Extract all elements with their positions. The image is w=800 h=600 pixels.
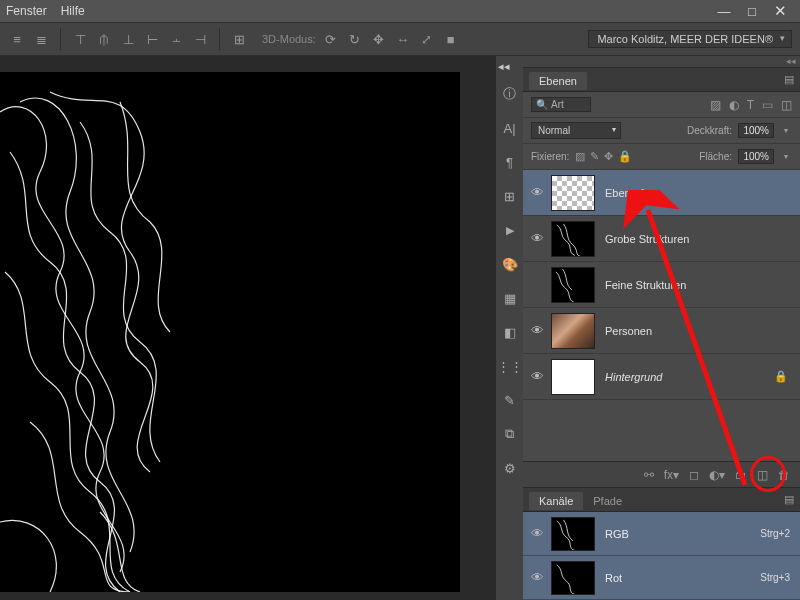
layer-thumb[interactable]	[551, 221, 595, 257]
layer-fx-icon[interactable]: fx▾	[664, 468, 679, 482]
mode-3d-label: 3D-Modus:	[262, 33, 316, 45]
lock-paint-icon[interactable]: ✎	[590, 150, 599, 163]
distribute-right-icon[interactable]: ⊣	[191, 30, 209, 48]
paragraph-panel-icon[interactable]: ¶	[500, 152, 520, 172]
mode3d-light-icon[interactable]: ■	[442, 30, 460, 48]
mode3d-slide-icon[interactable]: ↔	[394, 30, 412, 48]
adjustments-panel-icon[interactable]: ◧	[500, 322, 520, 342]
mode3d-scale-icon[interactable]: ⤢	[418, 30, 436, 48]
layer-filter-row: 🔍Art ▨ ◐ T ▭ ◫	[523, 92, 800, 118]
actions-panel-icon[interactable]: ▶	[500, 220, 520, 240]
align-icon[interactable]: ≡	[8, 30, 26, 48]
paths-tab[interactable]: Pfade	[583, 492, 632, 510]
lock-position-icon[interactable]: ✥	[604, 150, 613, 163]
character-panel-icon[interactable]: A|	[500, 118, 520, 138]
info-panel-icon[interactable]: ⓘ	[500, 84, 520, 104]
lock-transparency-icon[interactable]: ▨	[575, 150, 585, 163]
auto-align-icon[interactable]: ⊞	[230, 30, 248, 48]
menu-hilfe[interactable]: Hilfe	[61, 4, 85, 18]
fill-arrow-icon[interactable]: ▾	[780, 152, 792, 161]
layer-thumb[interactable]	[551, 359, 595, 395]
delete-layer-icon[interactable]: 🗑	[778, 468, 790, 482]
channels-tab[interactable]: Kanäle	[529, 492, 583, 510]
channel-thumb[interactable]	[551, 517, 595, 551]
channel-row[interactable]: 👁 Rot Strg+3	[523, 556, 800, 600]
channel-thumb[interactable]	[551, 561, 595, 595]
blend-mode-dropdown[interactable]: Normal	[531, 122, 621, 139]
brush-panel-icon[interactable]: ⋮⋮	[500, 356, 520, 376]
adjustment-layer-icon[interactable]: ◐▾	[709, 468, 725, 482]
fill-value[interactable]: 100%	[738, 149, 774, 164]
filter-smart-icon[interactable]: ◫	[781, 98, 792, 112]
filter-type-icon[interactable]: T	[747, 98, 754, 112]
layer-mask-icon[interactable]: ◻	[689, 468, 699, 482]
layer-row[interactable]: 👁 Hintergrund 🔒	[523, 354, 800, 400]
close-button[interactable]: ✕	[766, 2, 794, 20]
visibility-toggle[interactable]: 👁	[523, 323, 551, 338]
filter-shape-icon[interactable]: ▭	[762, 98, 773, 112]
distribute-bottom-icon[interactable]: ⊥	[119, 30, 137, 48]
distribute-left-icon[interactable]: ⊢	[143, 30, 161, 48]
swatches-panel-icon[interactable]: ▦	[500, 288, 520, 308]
channel-row[interactable]: 👁 RGB Strg+2	[523, 512, 800, 556]
layers-panel-header: Ebenen ▤	[523, 68, 800, 92]
visibility-toggle[interactable]: 👁	[523, 570, 551, 585]
minimize-button[interactable]: —	[710, 2, 738, 20]
distribute-top-icon[interactable]: ⊤	[71, 30, 89, 48]
mode3d-pan-icon[interactable]: ✥	[370, 30, 388, 48]
opacity-label: Deckkraft:	[687, 125, 732, 136]
blend-opacity-row: Normal Deckkraft: 100% ▾	[523, 118, 800, 144]
eyedropper-panel-icon[interactable]: ✎	[500, 390, 520, 410]
visibility-toggle[interactable]: 👁	[523, 231, 551, 246]
mode3d-orbit-icon[interactable]: ⟳	[322, 30, 340, 48]
filter-adjust-icon[interactable]: ◐	[729, 98, 739, 112]
link-layers-icon[interactable]: ⚯	[644, 468, 654, 482]
panel-menu-icon[interactable]: ▤	[784, 493, 794, 506]
channel-shortcut: Strg+2	[760, 528, 790, 539]
channel-name: RGB	[605, 528, 629, 540]
layers-tab[interactable]: Ebenen	[529, 72, 587, 90]
collapse-handle[interactable]: ◂◂	[498, 60, 522, 70]
distribute-v-icon[interactable]: ⫛	[95, 30, 113, 48]
layer-thumb[interactable]	[551, 267, 595, 303]
channels-panel: Kanäle Pfade ▤ 👁 RGB Strg+2 👁 Rot Strg+3	[523, 487, 800, 600]
layer-name[interactable]: Grobe Strukturen	[605, 233, 689, 245]
color-panel-icon[interactable]: 🎨	[500, 254, 520, 274]
layer-name[interactable]: Hintergrund	[605, 371, 662, 383]
new-layer-icon[interactable]: ◫	[757, 468, 768, 482]
distribute-h-icon[interactable]: ⫠	[167, 30, 185, 48]
layer-name[interactable]: Ebene 1	[605, 187, 646, 199]
panel-collapse-handle[interactable]: ◂◂	[523, 56, 800, 68]
mode3d-roll-icon[interactable]: ↻	[346, 30, 364, 48]
visibility-toggle[interactable]: 👁	[523, 369, 551, 384]
lock-all-icon[interactable]: 🔒	[618, 150, 632, 163]
layer-row[interactable]: Feine Strukturen	[523, 262, 800, 308]
fill-label: Fläche:	[699, 151, 732, 162]
maximize-button[interactable]: □	[738, 2, 766, 20]
workspace-switcher[interactable]: Marco Kolditz, MEER DER IDEEN®	[588, 30, 792, 48]
styles-panel-icon[interactable]: ⊞	[500, 186, 520, 206]
filter-pixel-icon[interactable]: ▨	[710, 98, 721, 112]
clone-panel-icon[interactable]: ⧉	[500, 424, 520, 444]
layer-name[interactable]: Feine Strukturen	[605, 279, 686, 291]
tool-presets-icon[interactable]: ⚙	[500, 458, 520, 478]
opacity-value[interactable]: 100%	[738, 123, 774, 138]
align-icon-2[interactable]: ≣	[32, 30, 50, 48]
layer-thumb[interactable]	[551, 313, 595, 349]
menu-fenster[interactable]: Fenster	[6, 4, 47, 18]
layer-row[interactable]: 👁 Grobe Strukturen	[523, 216, 800, 262]
layer-thumb[interactable]	[551, 175, 595, 211]
layer-row[interactable]: 👁 Personen	[523, 308, 800, 354]
canvas[interactable]	[0, 72, 460, 592]
layer-name[interactable]: Personen	[605, 325, 652, 337]
layers-footer: ⚯ fx▾ ◻ ◐▾ 🗀 ◫ 🗑	[523, 461, 800, 487]
panel-menu-icon[interactable]: ▤	[784, 73, 794, 86]
layer-row[interactable]: 👁 Ebene 1	[523, 170, 800, 216]
visibility-toggle[interactable]: 👁	[523, 185, 551, 200]
channel-name: Rot	[605, 572, 622, 584]
visibility-toggle[interactable]: 👁	[523, 526, 551, 541]
layer-filter-type[interactable]: 🔍Art	[531, 97, 591, 112]
layer-group-icon[interactable]: 🗀	[735, 468, 747, 482]
opacity-arrow-icon[interactable]: ▾	[780, 126, 792, 135]
menubar: Fenster Hilfe	[0, 0, 800, 22]
